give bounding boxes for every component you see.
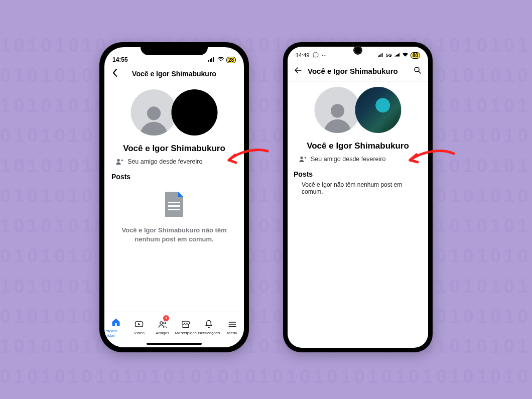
header-title: Você e Igor Shimabukuro xyxy=(124,70,224,78)
friend-since-text: Seu amigo desde fevereiro xyxy=(311,156,385,163)
page-header: Você e Igor Shimabukuro xyxy=(288,62,428,82)
more-icon: ⋯ xyxy=(322,53,327,58)
tab-menu-label: Menu xyxy=(227,331,237,335)
svg-rect-14 xyxy=(380,54,381,57)
wifi-icon xyxy=(402,52,409,58)
svg-point-4 xyxy=(147,106,161,120)
empty-document-icon xyxy=(162,191,186,218)
svg-rect-15 xyxy=(382,53,383,57)
tab-home[interactable]: Página inicial xyxy=(104,312,127,342)
iphone-screen: 14:55 28 Você e Igor Shima xyxy=(104,47,244,347)
friend-since-row: Seu amigo desde fevereiro xyxy=(288,154,428,169)
avatar-pair xyxy=(104,87,244,142)
empty-state-text: Você e Igor Shimabukuro não têm nenhum p… xyxy=(104,222,244,247)
tab-notifications[interactable]: Notificações xyxy=(197,312,220,342)
svg-rect-13 xyxy=(379,55,380,57)
avatar-friend[interactable] xyxy=(171,89,217,136)
tab-menu[interactable]: Menu xyxy=(221,312,244,342)
svg-rect-7 xyxy=(168,205,180,207)
header-title: Você e Igor Shimabukuro xyxy=(308,67,408,75)
phone-android: 14:49 ⋯ 5G xyxy=(283,42,433,352)
search-button[interactable] xyxy=(412,66,423,76)
svg-rect-6 xyxy=(168,202,180,203)
profile-title: Você e Igor Shimabukuro xyxy=(288,141,428,151)
friends-badge: 1 xyxy=(163,315,169,321)
phone-iphone: 14:55 28 Você e Igor Shima xyxy=(99,42,249,352)
signal-icon xyxy=(208,56,215,63)
signal-icon xyxy=(378,52,384,58)
avatar-friend[interactable] xyxy=(355,87,401,133)
bottom-tab-bar: Página inicial Vídeo 1 Amigos Marketplac… xyxy=(104,312,244,347)
svg-rect-8 xyxy=(168,209,180,210)
friend-since-text: Seu amigo desde fevereiro xyxy=(127,158,202,165)
svg-rect-2 xyxy=(211,58,212,62)
posts-heading: Posts xyxy=(288,169,428,180)
battery-level: 80 xyxy=(413,53,418,58)
empty-line-1: Você e Igor Shimabukuro não têm xyxy=(121,226,226,234)
status-right: 28 xyxy=(208,56,236,63)
friend-icon xyxy=(115,158,123,166)
tab-notifications-label: Notificações xyxy=(198,331,220,335)
svg-rect-12 xyxy=(378,56,379,57)
svg-rect-0 xyxy=(208,60,209,62)
friend-since-row: Seu amigo desde fevereiro xyxy=(104,157,244,172)
svg-point-5 xyxy=(117,159,119,162)
tab-video-label: Vídeo xyxy=(134,331,145,335)
iphone-notch xyxy=(141,42,208,55)
tab-friends-label: Amigos xyxy=(156,331,169,335)
android-camera-hole xyxy=(355,47,361,53)
empty-state-text: Você e Igor não têm nenhum post em comum… xyxy=(288,180,428,195)
avatar-pair xyxy=(288,85,428,139)
svg-rect-3 xyxy=(213,57,214,62)
signal-icon-2 xyxy=(394,52,400,58)
svg-point-18 xyxy=(300,157,303,159)
battery-indicator: 28 xyxy=(226,57,236,63)
android-screen: 14:49 ⋯ 5G xyxy=(288,47,428,348)
battery-level: 28 xyxy=(228,57,234,63)
tab-home-label: Página inicial xyxy=(104,329,127,338)
back-button[interactable] xyxy=(293,66,304,76)
tab-video[interactable]: Vídeo xyxy=(127,312,151,342)
network-label: 5G xyxy=(386,53,392,58)
tab-marketplace[interactable]: Marketplace xyxy=(174,312,197,342)
whatsapp-icon xyxy=(313,52,319,59)
status-left: 14:49 ⋯ xyxy=(296,52,327,59)
back-button[interactable] xyxy=(109,68,120,79)
svg-point-16 xyxy=(415,67,419,72)
profile-title: Você e Igor Shimabukuro xyxy=(104,144,244,154)
home-indicator[interactable] xyxy=(147,343,202,345)
tab-marketplace-label: Marketplace xyxy=(175,331,197,335)
svg-point-10 xyxy=(160,322,163,324)
status-time: 14:49 xyxy=(296,52,310,58)
status-right: 5G 80 xyxy=(378,52,420,59)
tab-friends[interactable]: 1 Amigos xyxy=(151,312,174,342)
svg-rect-1 xyxy=(210,59,211,62)
avatar-you[interactable] xyxy=(315,87,361,133)
posts-heading: Posts xyxy=(104,172,244,183)
friend-icon xyxy=(299,155,307,163)
wifi-icon xyxy=(217,56,224,63)
status-time: 14:55 xyxy=(112,56,128,63)
battery-indicator: 80 xyxy=(411,52,420,59)
empty-line-2: nenhum post em comum. xyxy=(135,235,213,243)
svg-point-11 xyxy=(164,322,166,324)
svg-point-17 xyxy=(331,104,344,117)
avatar-you[interactable] xyxy=(131,89,177,136)
page-header: Você e Igor Shimabukuro xyxy=(104,64,244,84)
